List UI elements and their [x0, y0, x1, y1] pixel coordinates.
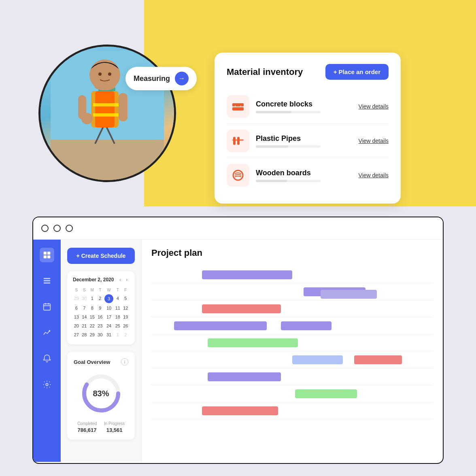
svg-rect-12	[95, 91, 115, 128]
measuring-arrow-btn[interactable]: →	[175, 72, 189, 85]
cal-day[interactable]: 29	[89, 331, 96, 339]
calendar-widget: December 2, 2020 ‹ › S S M T W T F 29	[67, 271, 135, 344]
boards-view-details[interactable]: View details	[359, 172, 389, 178]
cal-day[interactable]: 9	[97, 304, 104, 312]
cal-day[interactable]: 23	[97, 322, 104, 330]
window-dot-1	[41, 225, 49, 232]
sidebar-item-settings[interactable]	[40, 377, 54, 392]
cal-day[interactable]: 2	[97, 294, 104, 303]
day-header-s2: S	[81, 287, 88, 293]
sidebar	[33, 240, 61, 462]
sidebar-item-calendar[interactable]	[40, 300, 54, 314]
inventory-header: Material inventory + Place an order	[227, 64, 389, 80]
concrete-view-details[interactable]: View details	[359, 103, 389, 110]
cal-day[interactable]: 12	[122, 304, 130, 312]
goal-title: Goal Overview	[74, 359, 110, 365]
cal-day[interactable]: 30	[97, 331, 104, 339]
concrete-info: Concrete blocks	[256, 100, 359, 113]
cal-day[interactable]: 5	[122, 294, 130, 303]
svg-point-37	[49, 330, 51, 332]
gantt-row	[151, 368, 433, 385]
create-schedule-button[interactable]: + Create Schedule	[67, 248, 135, 264]
cal-day[interactable]: 14	[81, 313, 88, 321]
cal-day[interactable]: 15	[89, 313, 96, 321]
cal-day[interactable]: 29	[73, 294, 80, 303]
window-chrome	[33, 217, 443, 240]
project-plan-title: Project plan	[151, 248, 433, 258]
cal-day[interactable]: 13	[73, 313, 80, 321]
svg-rect-26	[44, 252, 47, 255]
cal-day[interactable]: 7	[81, 304, 88, 312]
goal-card: Goal Overview i 83% Completed 786,617	[67, 352, 135, 440]
cal-day[interactable]: 21	[81, 322, 88, 330]
svg-rect-14	[93, 113, 121, 117]
window-dot-3	[66, 225, 73, 232]
cal-day[interactable]: 4	[114, 294, 121, 303]
completed-stat: Completed 786,617	[77, 421, 97, 433]
gantt-bar	[295, 389, 357, 398]
cal-day[interactable]: 20	[73, 322, 80, 330]
cal-day[interactable]: 16	[97, 313, 104, 321]
gantt-bar	[202, 270, 292, 279]
calendar-month: December 2, 2020	[73, 277, 114, 283]
svg-rect-18	[232, 103, 244, 106]
pipes-icon-wrap	[227, 130, 249, 152]
cal-day[interactable]: 11	[114, 304, 121, 312]
svg-rect-28	[44, 255, 47, 258]
cal-day[interactable]: 1	[89, 294, 96, 303]
gantt-bar	[281, 321, 332, 330]
sidebar-item-list[interactable]	[40, 274, 54, 288]
svg-rect-32	[44, 283, 51, 284]
svg-rect-24	[232, 139, 244, 141]
svg-point-9	[108, 72, 111, 76]
gantt-row	[151, 385, 433, 402]
gantt-bar	[202, 304, 281, 313]
cal-day[interactable]: 27	[73, 331, 80, 339]
pipes-view-details[interactable]: View details	[359, 138, 389, 144]
svg-rect-33	[44, 304, 51, 310]
day-header-t1: T	[97, 287, 104, 293]
place-order-button[interactable]: + Place an order	[325, 64, 389, 80]
gantt-bar	[174, 321, 267, 330]
cal-day[interactable]: 22	[89, 322, 96, 330]
gantt-bar	[321, 290, 377, 299]
sidebar-item-bell[interactable]	[40, 351, 54, 366]
cal-day[interactable]: 6	[73, 304, 80, 312]
cal-day[interactable]: 24	[104, 322, 113, 330]
cal-day[interactable]: 28	[81, 331, 88, 339]
cal-day-today[interactable]: 3	[104, 294, 113, 303]
sidebar-item-grid[interactable]	[40, 248, 54, 262]
cal-day[interactable]: 31	[104, 331, 113, 339]
calendar-next-btn[interactable]: ›	[124, 277, 129, 283]
cal-day[interactable]: 26	[122, 322, 130, 330]
cal-day[interactable]: 25	[114, 322, 121, 330]
cal-day[interactable]: 10	[104, 304, 113, 312]
inventory-card: Material inventory + Place an order Conc…	[215, 53, 401, 204]
svg-rect-29	[47, 255, 50, 258]
cal-day[interactable]: 30	[81, 294, 88, 303]
cal-day[interactable]: 8	[89, 304, 96, 312]
measuring-text: Measuring	[134, 74, 170, 83]
calendar-prev-btn[interactable]: ‹	[118, 277, 123, 283]
sidebar-item-chart[interactable]	[40, 325, 54, 340]
day-header-f: F	[122, 287, 130, 293]
in-progress-value: 13,561	[104, 427, 125, 433]
gantt-bar	[354, 355, 402, 364]
donut-chart: 83%	[74, 371, 128, 416]
cal-day[interactable]: 19	[122, 313, 130, 321]
gantt-row	[151, 266, 433, 283]
goal-header: Goal Overview i	[74, 358, 128, 366]
calendar-nav: ‹ ›	[118, 277, 129, 283]
in-progress-label: In Progress	[104, 421, 125, 426]
svg-rect-19	[232, 107, 244, 110]
svg-rect-27	[47, 252, 50, 255]
cal-day[interactable]: 1	[114, 331, 121, 339]
cal-day[interactable]: 18	[114, 313, 121, 321]
goal-info-icon[interactable]: i	[121, 358, 128, 366]
app-window: + Create Schedule December 2, 2020 ‹ › S…	[32, 217, 444, 464]
cal-day[interactable]: 2	[122, 331, 130, 339]
day-header-w: W	[104, 287, 113, 293]
cal-day[interactable]: 17	[104, 313, 113, 321]
day-header-m: M	[89, 287, 96, 293]
inventory-item: Plastic Pipes View details	[227, 124, 389, 158]
